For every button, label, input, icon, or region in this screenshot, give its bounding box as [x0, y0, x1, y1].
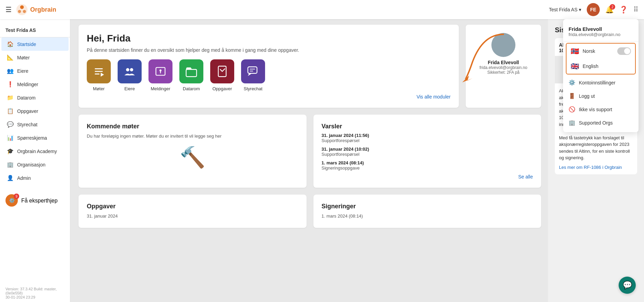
- module-eiere[interactable]: Eiere: [118, 59, 142, 91]
- row3: Oppgaver 31. januar 2024 Signeringer 1. …: [79, 195, 541, 228]
- chevron-down-icon: ▾: [579, 7, 581, 12]
- topbar-right: Test Frida AS ▾ FE 🔔 2 ❓ ⠿: [549, 3, 639, 16]
- varsler-title: Varsler: [322, 123, 533, 130]
- svg-point-9: [130, 68, 133, 72]
- sidebar-item-startside[interactable]: 🏠 Startside: [1, 37, 69, 51]
- module-oppgaver-icon: [210, 59, 234, 83]
- logo-area[interactable]: Orgbrain: [16, 3, 56, 16]
- oppgaver-date: 31. januar 2024: [87, 213, 298, 220]
- topbar-left: ☰ Orgbrain: [5, 3, 56, 16]
- varsler-type-2: Supportforespørsel: [322, 152, 533, 157]
- user-dropdown: Frida Elvevoll frida.elvevoll@orgbrain.n…: [563, 19, 639, 132]
- dropdown-settings-item[interactable]: ⚙️ Kontoinnstillinger: [563, 76, 639, 89]
- home-icon: 🏠: [7, 41, 14, 47]
- sidebar-item-admin[interactable]: 👤 Admin: [1, 171, 69, 185]
- module-eiere-label: Eiere: [124, 86, 135, 91]
- topbar: ☰ Orgbrain Test Frida AS ▾ FE 🔔 2 ❓ ⠿: [0, 0, 644, 19]
- language-norsk-item[interactable]: 🇳🇴 Norsk: [567, 44, 635, 59]
- sidebar-item-organisasjon[interactable]: 🏢 Organisasjon: [1, 158, 69, 171]
- sidebar: Test Frida AS 🏠 Startside 📐 Møter 👥 Eier…: [0, 0, 70, 302]
- english-flag-icon: 🇬🇧: [571, 62, 579, 70]
- module-oppgaver-label: Oppgaver: [212, 86, 232, 91]
- module-oppgaver[interactable]: Oppgaver: [210, 59, 234, 91]
- logout-icon: 🚪: [569, 93, 575, 99]
- no-support-icon: 🚫: [569, 106, 575, 113]
- dropdown-user-name: Frida Elvevoll: [569, 26, 633, 32]
- sidebar-item-eiere[interactable]: 👥 Eiere: [1, 64, 69, 78]
- module-datarom[interactable]: Datarom: [179, 59, 203, 91]
- news-article-link[interactable]: Les mer om RF-1086 i Orgbrain: [559, 165, 622, 170]
- dropdown-user-email: frida.elvevoll@orgbrain.no: [569, 32, 633, 37]
- menu-hamburger-icon[interactable]: ☰: [5, 5, 12, 14]
- sidebar-item-sporreskjema[interactable]: 📊 Spørreskjema: [1, 131, 69, 144]
- svg-point-8: [126, 68, 130, 72]
- module-datarom-label: Datarom: [183, 86, 200, 91]
- module-meldinger[interactable]: Meldinger: [148, 59, 172, 91]
- logo-text: Orgbrain: [30, 6, 56, 13]
- avatar[interactable]: FE: [587, 3, 600, 16]
- org-selector[interactable]: Test Frida AS ▾: [549, 7, 581, 12]
- sidebar-label-admin: Admin: [17, 175, 31, 181]
- sidebar-label-datarom: Datarom: [17, 95, 36, 101]
- sidebar-item-moter[interactable]: 📐 Møter: [1, 51, 69, 64]
- module-styrechat[interactable]: Styrechat: [241, 59, 265, 91]
- sidebar-item-orgbrain-academy[interactable]: 🎓 Orgbrain Academy: [1, 144, 69, 158]
- signeringer-title: Signeringer: [322, 203, 533, 210]
- sidebar-item-expert[interactable]: ⚙️ 9 Få eksperthjep: [0, 191, 70, 210]
- sidebar-label-oppgaver: Oppgaver: [17, 108, 38, 114]
- row2: Kommende møter Du har foreløpig ingen mø…: [79, 115, 541, 188]
- module-meldinger-label: Meldinger: [151, 86, 170, 91]
- dropdown-header: Frida Elvevoll frida.elvevoll@orgbrain.n…: [563, 22, 639, 42]
- svg-point-1: [20, 5, 24, 9]
- module-eiere-icon: [118, 59, 142, 83]
- module-datarom-icon: [179, 59, 203, 83]
- se-alle-link[interactable]: Se alle: [322, 174, 533, 179]
- svg-point-18: [499, 37, 508, 47]
- norsk-label: Norsk: [583, 48, 595, 54]
- profile-email: frida.elvevoll@orgbrain.no: [474, 65, 533, 70]
- dropdown-supported-orgs-item[interactable]: 🏢 Supported Orgs: [563, 116, 639, 129]
- notification-icon[interactable]: 🔔 2: [605, 5, 614, 14]
- sidebar-item-styrechat[interactable]: 💬 Styrechat: [1, 118, 69, 131]
- sidebar-item-datarom[interactable]: 📁 Datarom: [1, 91, 69, 104]
- dropdown-no-support-item[interactable]: 🚫 Ikke vis support: [563, 103, 639, 116]
- vis-alle-link[interactable]: Vis alle moduler: [87, 94, 451, 100]
- survey-icon: 📊: [7, 135, 14, 141]
- sidebar-item-meldinger[interactable]: ❗ Meldinger: [1, 78, 69, 91]
- apps-icon[interactable]: ⠿: [633, 5, 639, 14]
- academy-icon: 🎓: [7, 148, 14, 154]
- varsler-type-3: Signeringsoppgave: [322, 165, 533, 171]
- welcome-row: Hei, Frida På denne startsiden finner du…: [79, 25, 541, 108]
- module-moter[interactable]: Møter: [87, 59, 111, 91]
- dropdown-logout-label: Logg ut: [579, 93, 595, 99]
- sidebar-label-orgbrain-academy: Orgbrain Academy: [17, 149, 57, 154]
- sidebar-version: Version: 37.3.42 Build: master,(0e0e558)…: [0, 284, 70, 302]
- svg-rect-13: [186, 69, 196, 77]
- owners-icon: 👥: [7, 68, 14, 74]
- org-name: Test Frida AS: [549, 7, 577, 12]
- welcome-subtitle: På denne startsiden finner du en oversik…: [87, 47, 451, 54]
- varsler-item-1: 31. januar 2024 (11:56) Supportforespørs…: [322, 133, 533, 143]
- language-section: 🇳🇴 Norsk 🇬🇧 English: [563, 43, 639, 74]
- help-icon[interactable]: ❓: [619, 5, 628, 14]
- module-moter-icon: [87, 59, 111, 83]
- norsk-toggle[interactable]: [617, 47, 631, 55]
- settings-icon: ⚙️: [569, 79, 575, 86]
- sidebar-item-oppgaver[interactable]: 📋 Oppgaver: [1, 104, 69, 118]
- modules-grid: Møter Eiere Meldinger: [87, 59, 451, 91]
- norsk-flag-icon: 🇳🇴: [571, 47, 579, 55]
- varsler-card: Varsler 31. januar 2024 (11:56) Supportf…: [313, 115, 541, 188]
- module-meldinger-icon: [148, 59, 172, 83]
- sidebar-label-eiere: Eiere: [17, 68, 28, 74]
- dropdown-settings-label: Kontoinnstillinger: [579, 80, 616, 85]
- profile-avatar: [491, 33, 515, 57]
- dropdown-logout-item[interactable]: 🚪 Logg ut: [563, 89, 639, 103]
- chat-button[interactable]: 💬: [619, 277, 636, 294]
- varsler-date-2: 31. januar 2024 (10:02): [322, 147, 533, 152]
- varsler-date-1: 31. januar 2024 (11:56): [322, 133, 533, 138]
- module-moter-label: Møter: [93, 86, 105, 91]
- sidebar-label-moter: Møter: [17, 55, 30, 60]
- sidebar-label-sporreskjema: Spørreskjema: [17, 135, 47, 141]
- oppgaver-card: Oppgaver 31. januar 2024: [79, 195, 307, 228]
- language-english-item[interactable]: 🇬🇧 English: [567, 59, 635, 74]
